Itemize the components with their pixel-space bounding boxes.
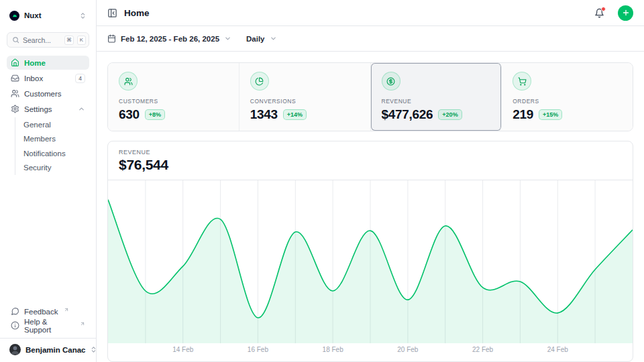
chevron-down-icon bbox=[224, 35, 231, 42]
sidebar-item-notifications[interactable]: Notifications bbox=[15, 146, 89, 161]
sidebar-item-inbox[interactable]: Inbox 4 bbox=[7, 71, 89, 85]
x-axis-tick: 22 Feb bbox=[472, 346, 493, 353]
stat-card-revenue[interactable]: REVENUE $477,626 +20% bbox=[371, 63, 502, 131]
sidebar-nav: Home Inbox 4 Customers Settings bbox=[7, 56, 89, 175]
dollar-circle-icon bbox=[382, 72, 400, 90]
info-circle-icon bbox=[11, 321, 19, 330]
user-name: Benjamin Canac bbox=[25, 346, 85, 354]
notification-dot bbox=[601, 7, 606, 11]
delta-badge: +14% bbox=[283, 109, 307, 120]
users-icon bbox=[11, 89, 19, 98]
sidebar-item-feedback[interactable]: Feedback bbox=[7, 304, 89, 318]
x-axis-tick: 18 Feb bbox=[323, 346, 343, 353]
content-area: CUSTOMERS 630 +8% CONVERSIONS 1343 +14% bbox=[97, 52, 644, 362]
revenue-area-chart bbox=[108, 180, 633, 343]
app-window: Nuxt Search... ⌘ K Home bbox=[0, 0, 644, 362]
x-axis-tick: 24 Feb bbox=[547, 346, 568, 353]
x-axis-tick: 16 Feb bbox=[248, 346, 268, 353]
workspace-name: Nuxt bbox=[24, 11, 74, 19]
sidebar-item-members[interactable]: Members bbox=[15, 132, 89, 147]
stat-card-customers[interactable]: CUSTOMERS 630 +8% bbox=[108, 63, 239, 131]
notifications-bell-icon[interactable] bbox=[594, 8, 604, 18]
inbox-count-badge: 4 bbox=[75, 74, 85, 83]
main-panel: Home Feb 12, 2025 - Feb 26, 2025 Daily bbox=[97, 0, 644, 362]
page-title: Home bbox=[124, 8, 588, 18]
home-icon bbox=[11, 58, 19, 67]
user-menu[interactable]: Benjamin Canac bbox=[0, 338, 96, 357]
sidebar-item-settings[interactable]: Settings bbox=[7, 102, 89, 116]
kbd-cmd: ⌘ bbox=[64, 36, 74, 45]
date-range-value: Feb 12, 2025 - Feb 26, 2025 bbox=[121, 35, 219, 43]
delta-badge: +20% bbox=[438, 109, 462, 120]
nuxt-logo bbox=[9, 11, 19, 21]
calendar-icon bbox=[107, 34, 116, 43]
cart-icon bbox=[513, 72, 531, 90]
gear-icon bbox=[11, 105, 19, 113]
x-axis-tick: 20 Feb bbox=[397, 346, 418, 353]
stat-value: 630 bbox=[119, 107, 140, 122]
period-select[interactable]: Daily bbox=[246, 35, 277, 43]
sidebar-item-home[interactable]: Home bbox=[7, 56, 89, 70]
kbd-k: K bbox=[77, 36, 86, 45]
period-value: Daily bbox=[246, 35, 265, 43]
pie-chart-icon bbox=[250, 72, 269, 90]
stat-card-orders[interactable]: ORDERS 219 +15% bbox=[502, 63, 633, 131]
stat-value: 1343 bbox=[250, 107, 278, 122]
sidebar-item-help-support[interactable]: Help & Support bbox=[7, 318, 89, 333]
stat-value: $477,626 bbox=[382, 107, 433, 122]
inbox-icon bbox=[11, 74, 19, 82]
avatar bbox=[9, 344, 21, 355]
x-axis-tick: 14 Feb bbox=[172, 346, 193, 353]
chart-label: REVENUE bbox=[119, 149, 622, 156]
sidebar-collapse-icon[interactable] bbox=[107, 8, 117, 18]
sidebar-item-customers[interactable]: Customers bbox=[7, 86, 89, 101]
chevron-down-icon bbox=[270, 35, 277, 42]
revenue-chart-card: REVENUE $76,544 14 Feb16 Feb18 Feb20 Feb… bbox=[107, 141, 633, 362]
date-range-picker[interactable]: Feb 12, 2025 - Feb 26, 2025 bbox=[107, 34, 231, 43]
filter-toolbar: Feb 12, 2025 - Feb 26, 2025 Daily bbox=[97, 26, 644, 52]
delta-badge: +15% bbox=[539, 109, 562, 120]
stats-row: CUSTOMERS 630 +8% CONVERSIONS 1343 +14% bbox=[107, 62, 633, 131]
delta-badge: +8% bbox=[145, 109, 165, 120]
sidebar-spacer bbox=[7, 175, 89, 304]
settings-subnav: General Members Notifications Security bbox=[15, 117, 89, 175]
stat-value: 219 bbox=[513, 107, 533, 122]
search-placeholder: Search... bbox=[23, 36, 61, 44]
search-icon bbox=[12, 36, 19, 44]
sidebar-item-general[interactable]: General bbox=[15, 117, 89, 132]
search-input[interactable]: Search... ⌘ K bbox=[7, 32, 89, 48]
chart-plot[interactable] bbox=[108, 180, 633, 343]
chevrons-up-down-icon bbox=[79, 12, 87, 19]
chart-header: REVENUE $76,544 bbox=[108, 141, 633, 180]
chart-value: $76,544 bbox=[119, 157, 622, 173]
sidebar-item-security[interactable]: Security bbox=[15, 161, 89, 176]
top-header: Home bbox=[97, 0, 644, 26]
workspace-selector[interactable]: Nuxt bbox=[7, 7, 89, 24]
sidebar: Nuxt Search... ⌘ K Home bbox=[0, 0, 97, 362]
users-icon bbox=[119, 72, 138, 90]
add-button[interactable] bbox=[618, 5, 633, 21]
external-link-icon bbox=[64, 307, 69, 312]
stat-card-conversions[interactable]: CONVERSIONS 1343 +14% bbox=[239, 63, 371, 131]
chat-bubble-icon bbox=[11, 307, 19, 316]
chevron-up-icon bbox=[78, 105, 85, 113]
chart-x-axis: 14 Feb16 Feb18 Feb20 Feb22 Feb24 Feb bbox=[108, 343, 633, 357]
external-link-icon bbox=[80, 321, 85, 326]
